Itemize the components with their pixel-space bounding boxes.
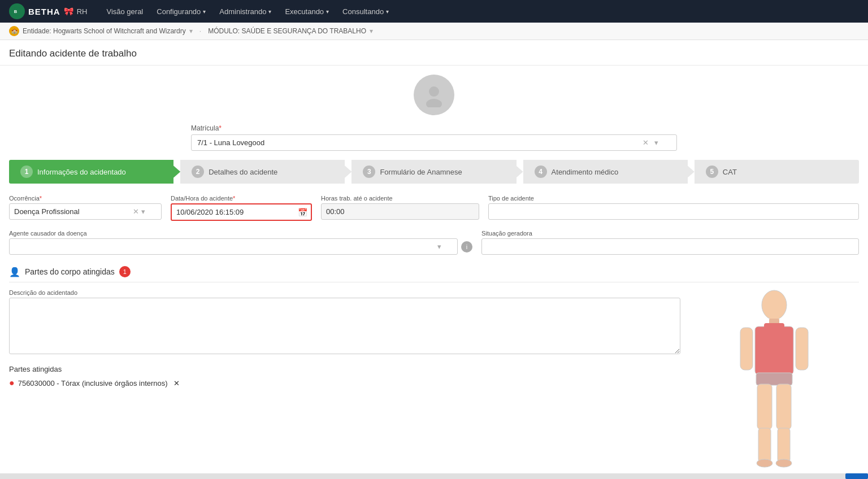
matricula-select[interactable]: 7/1 - Luna Lovegood ✕ ▾ [191,134,677,151]
svg-rect-12 [776,384,791,429]
situacao-geradora-field: Situação geradora [481,230,859,255]
module-chevron-icon: ▾ [370,27,373,35]
tipo-acidente-field: Tipo de acidente [488,195,859,221]
svg-text:B: B [14,9,18,14]
svg-rect-7 [764,323,784,334]
module-label[interactable]: MÓDULO: SAÚDE E SEGURANÇA DO TRABALHO [208,27,366,35]
brand-circle: B [9,3,25,19]
chevron-down-icon: ▾ [203,8,206,15]
svg-point-15 [757,459,772,467]
scrollbar-track [0,473,868,479]
partes-atingidas-title: Partes atingidas [9,365,680,373]
calendar-icon[interactable]: 📅 [298,208,307,217]
partes-corpo-section: 👤 Partes do corpo atingidas 1 Descrição … [9,266,859,479]
tab-number-2: 2 [192,166,204,178]
scrollbar-thumb[interactable] [845,473,868,479]
form-row-1: Ocorrência* Doença Profissional ✕ ▾ Data… [9,195,859,221]
svg-point-3 [426,99,442,107]
page-title-bar: Editando acidente de trabalho [0,40,868,66]
chevron-down-icon: ▾ [654,138,658,147]
body-left: Descrição do acidentado Partes atingidas… [9,289,680,479]
form-row-2: Agente causador da doença ▾ i Situação g… [9,230,859,255]
horas-trab-field: Horas trab. até o acidente [321,195,479,221]
body-figure [723,289,825,479]
tab-label-1: Informações do acidentado [37,168,126,176]
nav-administrando[interactable]: Administrando ▾ [214,0,277,23]
tab-number-1: 1 [20,166,33,178]
tab-atendimento[interactable]: 4 Atendimento médico [523,160,688,184]
parte-code-label: 756030000 - Tórax (inclusive órgãos inte… [18,379,168,387]
partes-atingidas-section: Partes atingidas ● 756030000 - Tórax (in… [9,365,680,388]
tipo-acidente-label: Tipo de acidente [488,195,859,202]
nav-consultando[interactable]: Consultando ▾ [337,0,394,23]
avatar [414,75,454,115]
entity-icon: 🏫 [9,26,19,36]
svg-point-2 [429,86,439,97]
agente-causador-label: Agente causador da doença [9,230,472,237]
body-right [689,289,859,479]
data-hora-label: Data/Hora do acidente* [171,195,312,202]
info-button[interactable]: i [461,241,472,252]
agente-causador-wrapper: ▾ i [9,238,472,255]
entity-label[interactable]: Entidade: Hogwarts School of Witchcraft … [23,27,186,35]
main-content: Matrícula* 7/1 - Luna Lovegood ✕ ▾ 1 Inf… [0,66,868,479]
nav-executando[interactable]: Executando ▾ [279,0,335,23]
chevron-down-icon: ▾ [386,8,389,15]
tab-number-4: 4 [535,166,547,178]
top-navigation: B BETHA 🎀 RH Visão geral Configurando ▾ … [0,0,868,23]
parte-item: ● 756030000 - Tórax (inclusive órgãos in… [9,378,680,388]
agente-causador-field: Agente causador da doença ▾ i [9,230,472,255]
separator: · [199,27,201,35]
chevron-down-icon: ▾ [326,8,329,15]
tab-number-5: 5 [706,166,718,178]
clear-icon[interactable]: ✕ [133,207,139,216]
body-section: Descrição do acidentado Partes atingidas… [9,289,859,479]
nav-visao-geral[interactable]: Visão geral [101,0,149,23]
tab-label-3: Formulário de Anamnese [380,168,462,176]
data-hora-field: Data/Hora do acidente* 📅 [171,195,312,221]
tab-anamnese[interactable]: 3 Formulário de Anamnese [351,160,516,184]
matricula-section: Matrícula* 7/1 - Luna Lovegood ✕ ▾ [191,124,677,151]
nav-configurando[interactable]: Configurando ▾ [151,0,211,23]
ocorrencia-select[interactable]: Doença Profissional ✕ ▾ [9,203,162,220]
tab-number-3: 3 [363,166,375,178]
tab-detalhes[interactable]: 2 Detalhes do acidente [180,160,345,184]
descricao-textarea[interactable] [9,298,680,354]
ocorrencia-label: Ocorrência* [9,195,162,202]
subheader-bar: 🏫 Entidade: Hogwarts School of Witchcraf… [0,23,868,40]
tabs-bar: 1 Informações do acidentado 2 Detalhes d… [9,160,859,184]
matricula-label: Matrícula* [191,124,677,132]
tipo-acidente-input[interactable] [488,203,859,220]
section-badge: 1 [119,266,131,277]
brand-logo-area: B BETHA 🎀 RH [9,3,87,19]
svg-rect-11 [757,384,772,429]
data-hora-input[interactable] [171,203,312,221]
svg-point-4 [762,290,787,320]
ocorrencia-field: Ocorrência* Doença Profissional ✕ ▾ [9,195,162,221]
tab-informacoes[interactable]: 1 Informações do acidentado [9,160,173,184]
situacao-geradora-input[interactable] [481,238,859,255]
remove-parte-button[interactable]: ✕ [173,379,180,387]
horas-trab-input[interactable] [321,203,479,220]
situacao-geradora-label: Situação geradora [481,230,859,237]
agente-causador-select[interactable]: ▾ [9,238,458,255]
data-hora-input-wrapper: 📅 [171,203,312,221]
svg-rect-10 [756,373,792,385]
matricula-value: 7/1 - Luna Lovegood [197,138,264,147]
horas-trab-label: Horas trab. até o acidente [321,195,479,202]
section-title: Partes do corpo atingidas [25,267,115,276]
ribbon-icon: 🎀 [64,7,73,16]
entity-chevron-icon: ▾ [189,27,193,35]
svg-rect-14 [778,428,790,462]
nav-menu: Visão geral Configurando ▾ Administrando… [101,0,859,23]
person-icon: 👤 [9,267,20,277]
svg-rect-8 [740,328,753,370]
brand-name: BETHA [28,7,60,16]
svg-point-16 [776,459,792,467]
svg-rect-9 [796,328,808,370]
tab-cat[interactable]: 5 CAT [695,160,859,184]
chevron-down-icon: ▾ [141,207,145,216]
dot-icon: ● [9,378,15,388]
tab-label-5: CAT [723,168,737,176]
clear-icon[interactable]: ✕ [643,138,649,147]
